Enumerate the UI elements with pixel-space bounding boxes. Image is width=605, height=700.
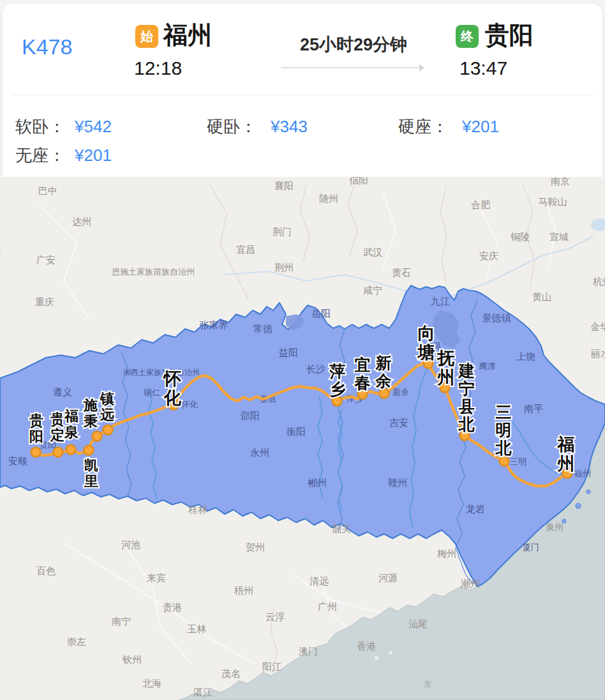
duration-arrow-icon [281,67,424,68]
station-label: 施秉 [83,397,98,429]
map-city-label: 广州 [318,601,337,612]
map-city-label: 北海 [142,678,161,689]
map-city-label: 来宾 [147,572,166,583]
station-dot[interactable] [93,432,102,441]
station-label: 宜春 [354,356,371,392]
map-city-label: 泉州 [546,522,564,532]
map-city-label: 贺州 [246,542,265,552]
station-dot[interactable] [332,397,342,406]
station-label: 抚州 [437,349,455,387]
hard-seat-price: ¥201 [462,116,499,137]
train-number: K478 [22,34,72,59]
map-city-label: 重庆 [35,296,54,307]
map-city-label: 河池 [121,539,140,550]
map-city-label: 崇左 [67,636,86,647]
map-city-label: 恩施土家族苗族自治州 [112,267,195,277]
map-city-label: 梧州 [234,585,253,596]
map-city-label: 怀化 [181,400,198,409]
map-city-label: 宣城 [549,231,569,242]
map-city-label: 汕尾 [408,618,428,629]
map-city-label: 荆州 [274,262,294,273]
map-city-label: 咸宁 [363,285,382,296]
map-city-label: 武汉 [363,247,382,257]
map-city-label: 东 [424,680,431,689]
station-label: 三明北 [495,403,512,457]
map-city-label: 铜仁 [143,388,160,397]
map-city-label: 三明 [510,457,527,466]
map-city-label: 潮州 [461,578,480,589]
map-city-label: 梅州 [437,548,456,559]
map-city-label: 龙岩 [466,503,485,514]
map-city-label: 岳阳 [311,308,331,319]
station-label: 向塘 [417,324,435,362]
map-city-label: 香港 [357,641,376,651]
map-city-label: 巴中 [38,185,57,196]
map-city-label: 安顺 [8,455,27,466]
map-city-label: 郴州 [308,477,327,488]
map-city-label: 阳江 [262,661,281,672]
map-city-label: 丽水 [591,348,605,359]
map-city-label: 吉安 [389,417,408,428]
station-label: 怀化 [163,369,182,407]
hard-sleeper-label: 硬卧： [207,116,257,137]
map-city-label: 安庆 [479,250,498,261]
map-city-label: 宜昌 [236,244,255,255]
soft-sleeper-label: 软卧： [15,116,65,137]
soft-sleeper-price: ¥542 [75,116,112,137]
map-city-label: 钦州 [122,654,142,665]
map-city-label: 杭州 [592,276,605,287]
map-city-label: 湛江 [193,687,213,697]
station-label: 新余 [375,354,392,390]
map-city-label: 张家界 [200,319,228,330]
map-city-label: 赣州 [388,477,407,488]
route-map[interactable]: 巴中达州广安遂宁重庆恩施土家族苗族自治州宜昌襄阳荆门荆州随州信阳武汉黄石咸宁合肥… [0,177,605,700]
station-label: 福州 [556,435,575,473]
station-label: 建宁县北 [458,361,475,433]
map-city-label: 景德镇 [482,312,511,323]
map-city-label: 云浮 [265,611,285,622]
map-city-label: 厦门 [523,542,539,552]
station-dot[interactable] [103,425,113,435]
station-dot[interactable] [54,448,63,457]
map-city-label: 河源 [378,572,398,583]
map-city-label: 荆门 [273,226,292,237]
map-city-label: 南平 [524,403,543,414]
origin-time: 12:18 [134,57,182,79]
map-city-label: 南宁 [112,616,131,627]
station-label: 萍乡 [329,362,346,398]
station-dot[interactable] [31,448,41,457]
map-city-label: 百色 [36,565,56,576]
no-seat-label: 无座： [15,145,65,165]
map-city-label: 茂名 [221,668,241,679]
map-city-label: 南京 [551,177,570,186]
station-label: 镇远 [100,391,115,423]
station-dot[interactable] [66,445,76,455]
map-city-label: 澳门 [299,646,318,657]
map-city-label: 常德 [253,323,273,334]
map-city-label: 湘西土家族苗族自治州 [123,368,200,377]
map-city-label: 随州 [319,193,338,204]
hard-seat-label: 硬座： [398,116,448,137]
map-city-label: 铜陵 [511,231,530,242]
map-city-label: 韶关 [332,523,351,534]
map-city-label: 合肥 [471,199,491,210]
train-info-card: K478 始 福州 12:18 25小时29分钟 终 贵阳 13:47 软卧： … [3,4,602,177]
station-dot[interactable] [500,457,509,466]
map-city-label: 信阳 [349,177,368,185]
destination-city: 贵阳 [485,19,534,52]
map-city-label: 金华 [590,321,605,332]
trip-duration: 25小时29分钟 [258,33,449,56]
no-seat-price: ¥201 [75,145,112,165]
map-city-label: 马鞍山 [539,196,567,207]
station-label: 福泉 [63,408,78,440]
map-city-label: 邵阳 [241,410,260,421]
station-dot[interactable] [380,389,389,399]
map-city-label: 达州 [72,216,91,227]
origin-city: 福州 [163,19,212,52]
station-dot[interactable] [84,446,94,455]
map-city-label: 永州 [250,447,269,458]
map-city-label: 九江 [431,296,450,307]
origin-badge: 始 [135,25,158,48]
map-city-label: 上饶 [516,351,535,361]
map-city-label: 襄阳 [274,180,294,191]
